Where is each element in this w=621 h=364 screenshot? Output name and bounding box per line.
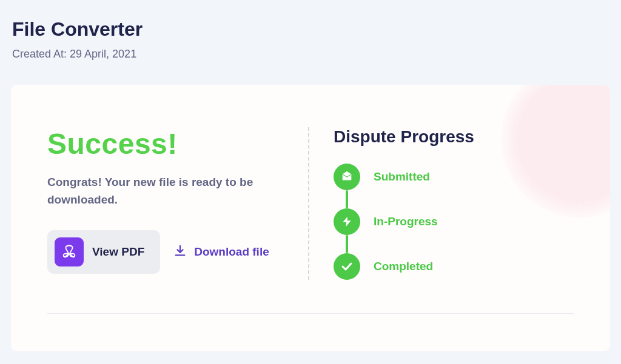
download-file-label: Download file <box>194 245 269 259</box>
horizontal-divider <box>47 313 574 314</box>
created-at-line: Created At: 29 April, 2021 <box>12 48 609 61</box>
bolt-icon <box>334 208 360 235</box>
created-at-value: 29 April, 2021 <box>70 48 136 60</box>
download-icon <box>173 244 187 260</box>
step-connector <box>346 190 348 208</box>
content-row: Success! Congrats! Your new file is read… <box>47 127 574 280</box>
view-pdf-label: View PDF <box>92 245 144 259</box>
success-panel: Success! Congrats! Your new file is read… <box>47 127 308 280</box>
created-at-prefix: Created At: <box>12 48 70 60</box>
vertical-divider <box>308 127 309 280</box>
pdf-icon <box>55 237 84 266</box>
page-title: File Converter <box>12 18 609 41</box>
envelope-icon <box>334 164 360 190</box>
page-header: File Converter Created At: 29 April, 202… <box>0 0 621 73</box>
progress-step-completed: Completed <box>334 253 574 280</box>
step-connector <box>346 235 348 253</box>
progress-step-in-progress: In-Progress <box>334 208 574 235</box>
success-heading: Success! <box>47 127 290 160</box>
progress-step-submitted: Submitted <box>334 164 574 190</box>
progress-step-label: In-Progress <box>374 215 438 228</box>
action-row: View PDF Download file <box>47 230 290 274</box>
check-icon <box>334 253 360 280</box>
progress-panel: Dispute Progress Submitted <box>327 127 574 280</box>
progress-title: Dispute Progress <box>334 127 574 147</box>
success-message: Congrats! Your new file is ready to be d… <box>47 174 290 208</box>
progress-step-label: Submitted <box>374 170 430 184</box>
view-pdf-button[interactable]: View PDF <box>47 230 160 274</box>
main-card: Success! Congrats! Your new file is read… <box>11 85 610 351</box>
progress-step-label: Completed <box>374 260 433 273</box>
progress-steps: Submitted In-Progress <box>334 164 574 280</box>
download-file-button[interactable]: Download file <box>173 244 269 260</box>
